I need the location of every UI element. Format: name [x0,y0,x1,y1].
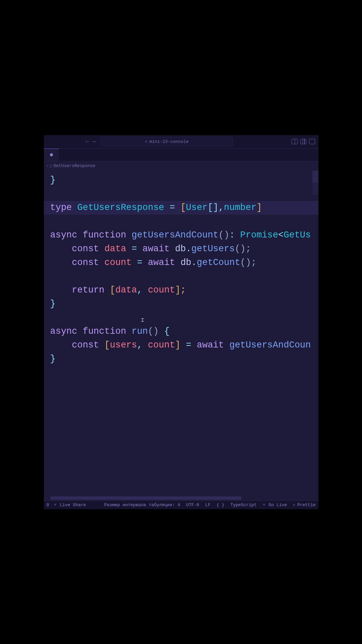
code-line [50,270,318,283]
code-line: async function run() { [50,325,318,338]
code-line [50,187,318,201]
editor-tab[interactable] [44,149,59,161]
horizontal-scrollbar[interactable] [50,496,241,500]
status-golive[interactable]: ᯤ Go Live [262,502,287,507]
status-liveshare[interactable]: ᯤ Live Share [54,502,86,507]
code-line [50,311,318,325]
code-line: } [50,297,318,311]
chevron-right-icon: › [46,163,49,168]
status-language[interactable]: TypeScript [230,502,256,507]
code-line: } [50,173,318,187]
search-placeholder: mini-23-console [149,139,189,144]
text-cursor-icon: ⌶ [141,314,144,320]
tab-dirty-indicator-icon [50,153,53,156]
code-line: const data = await db.getUsers(); [50,242,318,256]
titlebar: ← → ⌕ mini-23-console [44,135,318,149]
nav-forward-icon[interactable]: → [92,138,96,145]
code-line: async function getUsersAndCount(): Promi… [50,228,318,242]
code-editor[interactable]: } type GetUsersResponse = [User[],number… [44,171,318,500]
breadcrumb[interactable]: › ⬚ GetUsersResponse [44,161,318,171]
code-line: const count = await db.getCount(); [50,256,318,270]
broadcast-icon: ᯤ [54,502,58,507]
check-icon: ✓ [293,502,296,507]
status-bar: 0 ᯤ Live Share Размер интервала табуляци… [44,500,318,509]
command-center[interactable]: ⌕ mini-23-console [101,137,233,146]
layout-panel-icon[interactable] [292,139,298,144]
code-line: return [data, count]; [50,283,318,297]
code-line: type GetUsersResponse = [User[],number] [44,201,318,215]
editor-window: ← → ⌕ mini-23-console › ⬚ GetUsersRespon [44,135,318,509]
bracket-icon[interactable]: { } [217,502,224,507]
symbol-icon: ⬚ [50,163,52,168]
breadcrumb-symbol: GetUsersResponse [54,163,96,168]
search-icon: ⌕ [145,139,147,144]
status-problems[interactable]: 0 [47,502,49,507]
status-prettier[interactable]: ✓ Prettie [293,502,315,507]
tab-bar [44,149,318,161]
nav-back-icon[interactable]: ← [86,138,89,145]
code-line: const [users, count] = await getUsersAnd… [50,338,318,352]
code-line: } [50,352,318,366]
status-eol[interactable]: LF [205,502,210,507]
broadcast-icon: ᯤ [262,502,267,507]
code-line [50,215,318,228]
layout-sidebar-icon[interactable] [309,139,315,144]
status-encoding[interactable]: UTF-8 [186,502,199,507]
layout-columns-icon[interactable] [300,139,306,144]
status-tabsize[interactable]: Размер интервала табуляции: 4 [104,502,180,507]
